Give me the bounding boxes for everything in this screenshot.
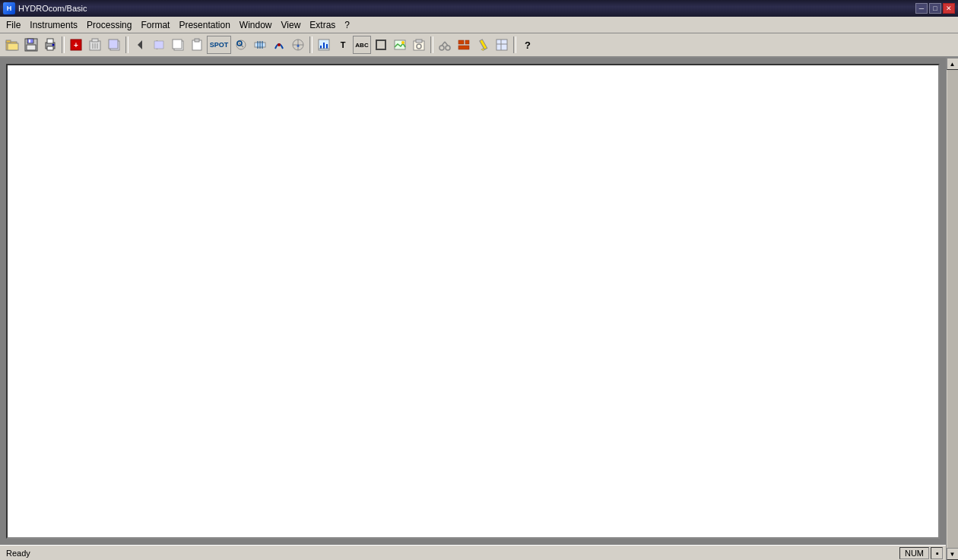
box-button[interactable]: [372, 36, 390, 54]
svg-line-53: [445, 42, 448, 46]
status-bar: Ready NUM ▪: [0, 545, 946, 560]
svg-rect-2: [8, 43, 18, 50]
scissors-button[interactable]: [436, 36, 454, 54]
new-instrument-icon: +: [69, 38, 83, 52]
open-icon: [5, 38, 19, 52]
right-scrollbar: ▲ ▼: [946, 58, 958, 560]
svg-line-52: [442, 42, 445, 46]
box-icon: [374, 38, 388, 52]
close-button[interactable]: ✕: [943, 3, 955, 14]
delete-instrument-button[interactable]: [86, 36, 104, 54]
svg-rect-14: [92, 39, 98, 42]
sep3: [309, 36, 312, 53]
title-bar-controls: ─ □ ✕: [915, 3, 955, 14]
title-text: HYDROcom/Basic: [18, 4, 87, 13]
maximize-button[interactable]: □: [929, 3, 941, 14]
menu-bar: File Instruments Processing Format Prese…: [0, 17, 958, 33]
svg-text:+: +: [74, 41, 78, 49]
menu-presentation[interactable]: Presentation: [174, 18, 234, 32]
svg-rect-40: [320, 46, 322, 49]
menu-window[interactable]: Window: [235, 18, 277, 32]
scroll-up-button[interactable]: ▲: [947, 58, 959, 70]
svg-rect-9: [47, 46, 53, 50]
print-button[interactable]: [41, 36, 59, 54]
open-button[interactable]: [3, 36, 21, 54]
svg-rect-59: [496, 40, 507, 50]
abc-label: ABC: [355, 42, 368, 49]
align-button[interactable]: [455, 36, 473, 54]
menu-file[interactable]: File: [2, 18, 25, 32]
tool1-button[interactable]: [232, 36, 250, 54]
status-right: NUM ▪: [899, 547, 943, 559]
menu-view[interactable]: View: [277, 18, 306, 32]
tool1-icon: [234, 38, 248, 52]
chart-button[interactable]: [315, 36, 333, 54]
svg-point-50: [439, 46, 444, 50]
table-icon: [495, 38, 509, 52]
svg-rect-44: [376, 40, 385, 49]
menu-processing[interactable]: Processing: [82, 18, 136, 32]
image1-button[interactable]: [391, 36, 409, 54]
main-content: Ready NUM ▪: [0, 58, 946, 560]
svg-rect-56: [465, 40, 469, 44]
minimize-button[interactable]: ─: [915, 3, 928, 14]
app-icon: H: [3, 2, 15, 14]
svg-rect-55: [458, 46, 469, 49]
menu-format[interactable]: Format: [136, 18, 174, 32]
svg-point-51: [446, 46, 450, 50]
copy-instrument-icon: [107, 38, 121, 52]
chart-icon: [317, 38, 331, 52]
table-button[interactable]: [493, 36, 511, 54]
resize-handle[interactable]: ▪: [931, 547, 943, 559]
image2-icon: [412, 38, 426, 52]
abc-button[interactable]: ABC: [353, 36, 371, 54]
image2-button[interactable]: [410, 36, 428, 54]
svg-point-34: [278, 43, 281, 46]
sep5: [513, 36, 516, 53]
pencil-button[interactable]: [474, 36, 492, 54]
toolbar: +: [0, 33, 958, 58]
content-wrapper: Ready NUM ▪ ▲ ▼: [0, 58, 958, 560]
tool3-icon: [272, 38, 286, 52]
svg-rect-6: [29, 40, 30, 43]
svg-rect-5: [27, 45, 36, 50]
tool2-button[interactable]: [251, 36, 269, 54]
print-icon: [43, 38, 57, 52]
tool4-button[interactable]: +: [289, 36, 307, 54]
svg-rect-26: [195, 39, 199, 42]
delete-instrument-icon: [88, 38, 102, 52]
forward-button[interactable]: [150, 36, 168, 54]
menu-extras[interactable]: Extras: [305, 18, 340, 32]
menu-instruments[interactable]: Instruments: [25, 18, 82, 32]
copy2-button[interactable]: [169, 36, 187, 54]
save-button[interactable]: [22, 36, 40, 54]
spot-label: SPOT: [210, 41, 229, 49]
copy2-icon: [171, 38, 185, 52]
main-area: [0, 58, 946, 545]
spot-button[interactable]: SPOT: [207, 36, 231, 54]
tool3-button[interactable]: [270, 36, 288, 54]
sep1: [62, 36, 65, 53]
scroll-down-button[interactable]: ▼: [947, 548, 959, 560]
svg-rect-19: [109, 40, 118, 49]
sep2: [125, 36, 128, 53]
image1-icon: [393, 38, 407, 52]
paste-button[interactable]: [188, 36, 206, 54]
svg-rect-54: [458, 40, 464, 44]
scroll-track[interactable]: [947, 70, 958, 548]
back-button[interactable]: [131, 36, 149, 54]
new-instrument-button[interactable]: +: [67, 36, 85, 54]
title-bar: H HYDROcom/Basic ─ □ ✕: [0, 0, 958, 17]
title-bar-left: H HYDROcom/Basic: [3, 2, 87, 14]
svg-rect-1: [6, 40, 11, 43]
svg-text:+: +: [297, 43, 300, 49]
save-icon: [24, 38, 38, 52]
menu-help[interactable]: ?: [340, 18, 354, 32]
align-icon: [457, 38, 471, 52]
svg-rect-24: [173, 40, 182, 49]
copy-instrument-button[interactable]: [105, 36, 123, 54]
text-button[interactable]: T: [334, 36, 352, 54]
svg-rect-42: [326, 44, 328, 49]
paste-icon: [190, 38, 204, 52]
help-toolbar-button[interactable]: ?: [519, 36, 537, 54]
